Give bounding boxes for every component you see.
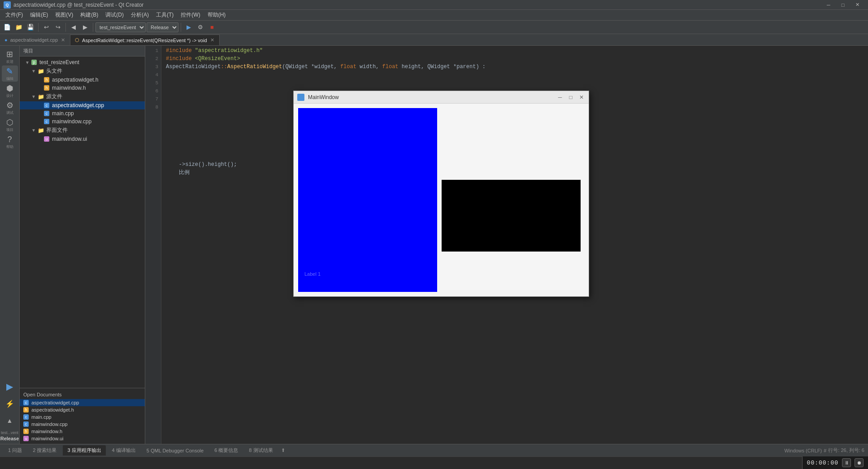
toolbar-sep2 [65, 23, 66, 32]
menu-file[interactable]: 文件(F) [2, 10, 26, 20]
out-tab-overview[interactable]: 6 概要信息 [210, 445, 243, 456]
doc-label-mainwindow-h: mainwindow.h [31, 429, 62, 434]
folder-icon2: 📁 [38, 94, 44, 100]
line-num-6: 6 [155, 87, 158, 95]
toolbar-build[interactable]: ▶ [183, 22, 194, 33]
timer-pause-button[interactable]: ⏸ [842, 458, 851, 467]
design-label: 设计 [6, 94, 13, 98]
edit-icon: ✎ [6, 66, 13, 76]
projects-label: 项目 [6, 128, 13, 132]
sidebar-item-projects[interactable]: ⬡ 项目 [2, 117, 18, 133]
toolbar-stop[interactable]: ■ [207, 22, 217, 33]
toolbar-undo[interactable]: ↩ [41, 22, 52, 33]
tree-item-aspectratiowidget-cpp[interactable]: c aspectratiowidget.cpp [20, 101, 145, 109]
tree-label-main-cpp: main.cpp [52, 110, 74, 117]
build-config-selector[interactable]: Release Debug [147, 22, 178, 32]
sidebar-item-edit[interactable]: ✎ 编辑 [2, 65, 18, 82]
tree-item-ui-folder[interactable]: ▼ 📁 界面文件 [20, 126, 145, 135]
toolbar-save[interactable]: 💾 [25, 22, 36, 33]
line-num-2: 2 [155, 55, 158, 63]
scroll-up-icon[interactable]: ⬆ [281, 447, 285, 453]
tree-item-sources-folder[interactable]: ▼ 📁 源文件 [20, 92, 145, 101]
menu-help[interactable]: 帮助(H) [204, 10, 230, 20]
window-title: aspectratiowidget.cpp @ test_resizeEvent… [13, 2, 821, 8]
mainwindow-preview[interactable]: MainWindow ─ □ ✕ Label 1 [293, 91, 589, 297]
tree-label-mainwindow-cpp: mainwindow.cpp [52, 118, 91, 125]
mainwindow-titlebar: MainWindow ─ □ ✕ [294, 91, 589, 104]
toolbar-sep1 [38, 23, 39, 32]
editor-area[interactable]: 1 2 3 4 5 6 7 8 #include "aspectratiowid… [145, 46, 868, 444]
project-panel-title: 项目 [23, 48, 33, 54]
tree-item-aspectratiowidget-h[interactable]: h aspectratiowidget.h [20, 76, 145, 84]
doc-item-aw-cpp[interactable]: c aspectratiowidget.cpp [20, 399, 145, 406]
menu-controls[interactable]: 控件(W) [177, 10, 204, 20]
toolbar: 📄 📁 💾 ↩ ↪ ◀ ▶ test_resizeEvent Release D… [0, 21, 868, 34]
doc-label-mainwindow-ui: mainwindow.ui [31, 436, 64, 441]
sidebar-item-help[interactable]: ? 帮助 [2, 134, 18, 150]
tree-label-sources: 源文件 [46, 93, 62, 100]
toolbar-forward[interactable]: ▶ [80, 22, 91, 33]
doc-cpp-icon: c [23, 400, 29, 405]
project-tree[interactable]: ▼ p test_resizeEvent ▼ 📁 头文件 h aspectrat… [20, 56, 145, 388]
tab-resizeevent[interactable]: ⬡ AspectRatioWidget::resizeEvent(QResize… [70, 35, 219, 45]
menu-tools[interactable]: 工具(T) [152, 10, 177, 20]
tree-item-mainwindow-ui[interactable]: u mainwindow.ui [20, 135, 145, 143]
menu-analyze[interactable]: 分析(A) [127, 10, 152, 20]
minimize-button[interactable]: ─ [821, 0, 836, 10]
timer-record-button[interactable]: ⏺ [855, 458, 864, 467]
doc-item-mainwindow-cpp[interactable]: c mainwindow.cpp [20, 421, 145, 428]
black-widget [442, 180, 581, 252]
menu-build[interactable]: 构建(B) [77, 10, 102, 20]
mw-close[interactable]: ✕ [578, 94, 585, 101]
doc-item-aw-h[interactable]: h aspectratiowidget.h [20, 406, 145, 413]
release-label: Release [0, 436, 19, 441]
out-tab-search[interactable]: 2 搜索结果 [28, 445, 61, 456]
run-button[interactable]: ▶ [2, 378, 18, 395]
h-icon: h [44, 77, 49, 83]
doc-item-main-cpp[interactable]: c main.cpp [20, 413, 145, 421]
tree-arrow3: ▼ [31, 94, 36, 99]
mainwindow-body: Label 1 [294, 104, 589, 296]
tree-item-project[interactable]: ▼ p test_resizeEvent [20, 58, 145, 66]
doc-item-mainwindow-h[interactable]: h mainwindow.h [20, 428, 145, 435]
tab-close-1[interactable]: ✕ [61, 37, 65, 43]
run-cmake-button[interactable]: ▲ [2, 413, 18, 429]
doc-h-icon2: h [23, 429, 29, 434]
sidebar-item-debug[interactable]: ⚙ 调试 [2, 100, 18, 116]
toolbar-sep4 [181, 23, 181, 32]
menu-view[interactable]: 视图(V) [52, 10, 77, 20]
mw-minimize[interactable]: ─ [556, 94, 564, 101]
toolbar-new[interactable]: 📄 [2, 22, 13, 33]
toolbar-back[interactable]: ◀ [68, 22, 79, 33]
toolbar-debug[interactable]: ⚙ [195, 22, 206, 33]
out-tab-app-output[interactable]: 3 应用程序输出 [63, 445, 105, 456]
line-num-5: 5 [155, 79, 158, 87]
open-docs-header: Open Documents [20, 391, 145, 398]
out-tab-issues[interactable]: 1 问题 [4, 445, 26, 456]
menu-debug[interactable]: 调试(D) [102, 10, 127, 20]
close-button[interactable]: ✕ [850, 0, 864, 10]
tree-item-mainwindow-cpp[interactable]: c mainwindow.cpp [20, 117, 145, 126]
out-tab-qml[interactable]: 5 QML Debugger Console [142, 446, 208, 455]
tab-aspectratiowidget-cpp[interactable]: ● aspectratiowidget.cpp ✕ [0, 35, 70, 45]
doc-item-mainwindow-ui[interactable]: u mainwindow.ui [20, 435, 145, 442]
tab-close-2[interactable]: ✕ [210, 37, 215, 43]
tab-bar: ● aspectratiowidget.cpp ✕ ⬡ AspectRatioW… [0, 34, 868, 46]
sidebar-item-design[interactable]: ⬢ 设计 [2, 83, 18, 99]
project-selector[interactable]: test_resizeEvent [95, 22, 146, 32]
out-tab-compile[interactable]: 4 编译输出 [108, 445, 140, 456]
menu-edit[interactable]: 编辑(E) [26, 10, 52, 20]
build-run-button[interactable]: ⚡ [2, 395, 18, 412]
maximize-button[interactable]: □ [836, 0, 850, 10]
mw-maximize[interactable]: □ [567, 94, 574, 101]
toolbar-redo[interactable]: ↪ [52, 22, 63, 33]
toolbar-open[interactable]: 📁 [13, 22, 24, 33]
tree-label-ui: 界面文件 [46, 126, 68, 134]
tree-label-aw-cpp: aspectratiowidget.cpp [52, 102, 104, 109]
tree-item-main-cpp[interactable]: c main.cpp [20, 109, 145, 117]
tree-item-mainwindow-h[interactable]: h mainwindow.h [20, 84, 145, 92]
out-tab-tests[interactable]: 8 测试结果 [244, 445, 277, 456]
tree-item-headers-folder[interactable]: ▼ 📁 头文件 [20, 66, 145, 76]
mainwindow-icon [297, 94, 304, 101]
sidebar-item-welcome[interactable]: ⊞ 欢迎 [2, 48, 18, 65]
